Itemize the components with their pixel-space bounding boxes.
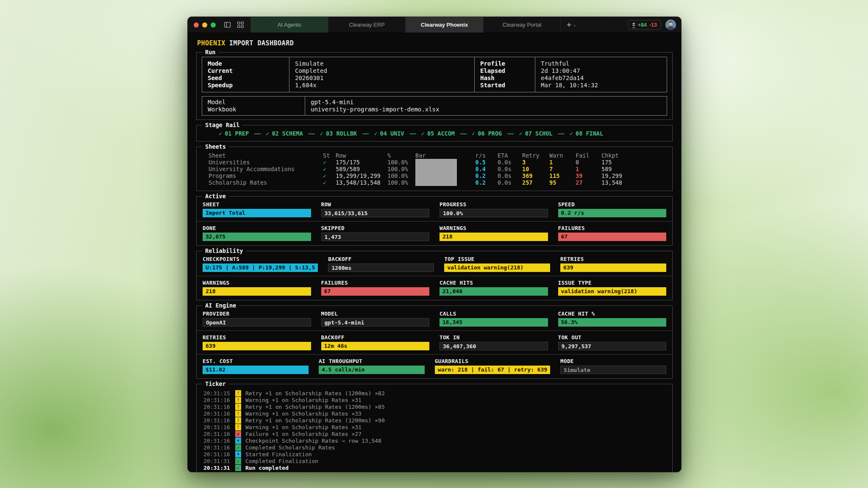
tab-ai-agents[interactable]: AI Agents xyxy=(250,17,328,33)
col-header-st: St xyxy=(323,152,336,159)
sheet-rate: 0.5 xyxy=(465,159,488,166)
run-section: Run Mode Current Seed Speedup Simulate C… xyxy=(196,52,673,120)
new-tab-button[interactable]: + ⌄ xyxy=(561,17,583,33)
tile-est-cost: EST. COST$11.02 xyxy=(203,358,309,374)
check-icon: ✓ xyxy=(472,130,475,137)
sheet-rate: 0.2 xyxy=(465,179,488,186)
tab-clearway-phoenix[interactable]: Clearway Phoenix xyxy=(406,17,483,33)
tile-retries: RETRIES639 xyxy=(560,256,666,272)
sheet-fail: 0 xyxy=(576,159,601,166)
checkpoint-icon: • xyxy=(235,451,241,458)
run-field-key: Seed xyxy=(208,75,284,82)
tile-value: 16,345 xyxy=(440,318,548,327)
tile-value: 100.0% xyxy=(440,209,548,217)
tile-value: OpenAI xyxy=(203,318,311,327)
tile-cache-hits: CACHE HITS21,046 xyxy=(440,280,548,296)
tab-overview-icon[interactable] xyxy=(234,17,247,33)
run-field-key: Model xyxy=(208,99,299,106)
stage-rail: ✓01 PREP —— ✓02 SCHEMA —— ✓03 ROLLBK —— … xyxy=(202,130,667,137)
sheet-rowcount: 13,548/13,548 xyxy=(336,179,387,186)
tab-clearway-erp[interactable]: Clearway ERP xyxy=(328,17,406,33)
tile-label: SHEET xyxy=(203,201,311,208)
stage-rail-section: Stage Rail ✓01 PREP —— ✓02 SCHEMA —— ✓03… xyxy=(196,125,673,141)
run-field-value: university-programs-import-demo.xlsx xyxy=(311,106,661,113)
tile-label: WARNINGS xyxy=(203,280,311,286)
brand-name: PHOENIX xyxy=(197,39,225,47)
sheet-rowcount: 175/175 xyxy=(336,159,387,166)
ticker-event: 20:31:16!Warning +1 on Scholarship Rates… xyxy=(203,424,666,430)
ticker-event: 20:31:16!Warning +1 on Scholarship Rates… xyxy=(203,396,666,403)
run-section-label: Run xyxy=(202,49,218,55)
tab-clearway-portal[interactable]: Clearway Portal xyxy=(483,17,561,33)
sheet-percent: 100.0% xyxy=(387,159,415,166)
zoom-window-button[interactable] xyxy=(211,22,216,28)
tile-label: MODE xyxy=(560,358,666,364)
stage-name: 06 PROG xyxy=(478,130,502,137)
sidebar-toggle-icon[interactable] xyxy=(221,17,234,33)
tile-label: SKIPPED xyxy=(321,225,430,231)
tile-warnings: WARNINGS218 xyxy=(440,225,548,241)
event-text: Run completed xyxy=(245,465,289,471)
avatar[interactable] xyxy=(665,19,676,30)
ticker-section: Ticker 20:31:15!Retry +1 on Scholarship … xyxy=(196,384,673,472)
sheet-warn: 1 xyxy=(549,159,576,166)
tile-top-issue: TOP ISSUEvalidation warning(218) xyxy=(444,256,550,272)
tile-label: CACHE HITS xyxy=(440,280,548,286)
tab-strip: AI Agents Clearway ERP Clearway Phoenix … xyxy=(250,17,561,33)
sheet-name: Universities xyxy=(209,159,323,166)
tile-value: 639 xyxy=(560,263,666,272)
ticker-event: 20:31:16•Started Finalization xyxy=(203,451,666,458)
event-text: Completed Finalization xyxy=(245,458,318,464)
tile-progress: PROGRESS100.0% xyxy=(440,201,548,217)
stage-name: 07 SCHOL xyxy=(525,130,553,137)
status-check-icon: ✓ xyxy=(323,159,336,166)
sheet-eta: 0.0s xyxy=(488,179,522,186)
event-time: 20:31:16 xyxy=(203,431,231,437)
sheet-progress-bar xyxy=(415,166,465,172)
tile-value: 0.2 r/s xyxy=(558,209,667,217)
tile-label: EST. COST xyxy=(203,358,309,364)
event-text: Checkpoint Scholarship Rates → row 13,54… xyxy=(245,438,381,444)
tile-value: 218 xyxy=(440,233,548,241)
run-field-key: Speedup xyxy=(208,82,284,89)
sheet-eta: 0.0s xyxy=(488,166,522,172)
model-table: Model Workbook gpt-5.4-mini university-p… xyxy=(202,96,667,116)
run-table: Mode Current Seed Speedup Simulate Compl… xyxy=(202,57,667,92)
stage-connector: —— xyxy=(460,130,466,137)
sheet-warn: 7 xyxy=(549,166,576,172)
sheet-eta: 0.0s xyxy=(488,172,522,179)
tile-value: 1,473 xyxy=(321,233,430,241)
tile-label: CALLS xyxy=(440,311,548,317)
col-header-row: Row xyxy=(336,152,387,159)
close-window-button[interactable] xyxy=(194,22,199,28)
warning-icon: ! xyxy=(235,424,241,430)
tile-label: BACKOFF xyxy=(321,334,430,341)
tile-value: 1200ms xyxy=(328,263,434,272)
tile-checkpoints: CHECKPOINTSU:175 | A:589 | P:19,299 | S:… xyxy=(203,256,318,272)
tile-value: 12m 46s xyxy=(321,342,430,350)
traffic-lights xyxy=(188,17,221,33)
stage-item: ✓01 PREP xyxy=(219,130,249,137)
tile-model: MODELgpt-5.4-mini xyxy=(321,311,430,327)
status-check-icon: ✓ xyxy=(323,166,336,172)
sheet-fail: 1 xyxy=(576,166,601,172)
event-time: 20:31:16 xyxy=(203,424,231,430)
success-icon: ✓ xyxy=(235,465,241,471)
diff-added-count: +84 xyxy=(638,22,647,28)
sheet-warn: 95 xyxy=(549,179,576,186)
run-field-value: Truthful xyxy=(541,60,661,67)
title-rest: IMPORT DASHBOARD xyxy=(229,39,294,47)
ticker-event: 20:31:16•Checkpoint Scholarship Rates → … xyxy=(203,437,666,444)
success-icon: ✓ xyxy=(235,444,241,451)
minimize-window-button[interactable] xyxy=(202,22,207,28)
run-field-value: 1,684x xyxy=(295,82,469,89)
tile-done: DONE32,075 xyxy=(203,225,311,241)
diff-stats-badge[interactable]: ± +84 -13 xyxy=(628,20,661,30)
warning-icon: ! xyxy=(235,410,241,417)
stage-item: ✓05 ACCOM xyxy=(421,130,455,137)
sheet-checkpoint: 19,299 xyxy=(601,172,666,179)
sheet-progress-bar xyxy=(415,172,465,179)
run-field-key: Profile xyxy=(480,60,529,67)
sheet-percent: 100.0% xyxy=(387,172,415,179)
run-field-value: Completed xyxy=(295,67,469,75)
